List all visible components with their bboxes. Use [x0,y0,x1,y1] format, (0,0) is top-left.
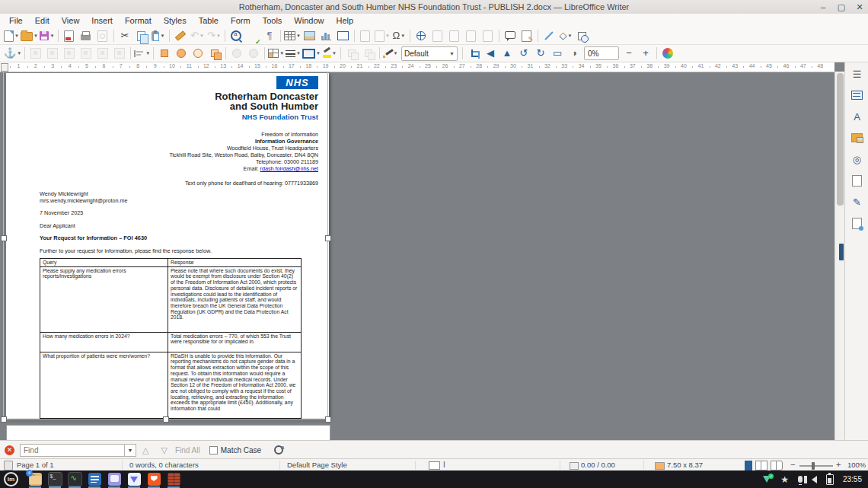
sidebar-navigator-deck[interactable]: ◎ [845,149,868,169]
selection-handle-mid-right[interactable] [325,235,331,241]
taskbar-brave-browser[interactable] [144,470,164,488]
dropdown-arrow-icon[interactable]: ▼ [199,33,204,38]
find-input[interactable] [20,444,124,457]
redo[interactable]: ↷▼ [206,28,222,43]
rotate-right[interactable]: ↻ [532,46,549,61]
dropdown-arrow-icon[interactable]: ▼ [279,51,284,56]
save[interactable]: ▼ [39,28,56,43]
insert-chart[interactable] [318,28,335,43]
dropdown-arrow-icon[interactable]: ▼ [17,51,21,56]
selection-handle-bottom-right[interactable] [325,416,331,423]
match-case-checkbox[interactable] [209,446,218,455]
selection-handle-bottom-left[interactable] [1,416,7,423]
title-bar[interactable]: Rotherham, Doncaster and South Humber NH… [0,0,868,14]
insert-hyperlink[interactable] [413,28,429,43]
sidebar-sidebar-settings[interactable]: ☰ [845,64,868,84]
find-and-replace[interactable] [228,28,244,43]
color-wheel[interactable] [659,46,676,61]
wrap-optimal[interactable] [61,46,78,61]
insert-bookmark[interactable] [463,28,480,43]
insert-comment[interactable] [502,28,519,43]
zoom-in-icon[interactable]: + [836,460,841,469]
dropdown-arrow-icon[interactable]: ▼ [14,33,19,38]
dropdown-arrow-icon[interactable]: ▼ [145,51,150,56]
to-background[interactable] [245,46,262,61]
rotate-left[interactable]: ↺ [515,46,532,61]
copy[interactable] [133,28,150,43]
decrease-transparency[interactable]: − [621,46,637,61]
borders[interactable]: ▼ [267,46,285,61]
dropdown-arrow-icon[interactable]: ▼ [296,33,301,38]
rotate-free[interactable]: ▭ [549,46,566,61]
dropdown-arrow-icon[interactable]: ▼ [34,33,38,38]
menu-form[interactable]: Form [225,14,257,27]
multi-page-view-icon[interactable] [755,461,767,470]
wrap-through[interactable] [111,46,128,61]
transparency-type[interactable]: ◑ [566,46,582,61]
sidebar-hide-grip[interactable] [839,244,844,260]
dropdown-arrow-icon[interactable]: ▼ [296,51,301,56]
chevron-down-icon[interactable]: ▼ [449,51,455,56]
tray-favorites-icon[interactable]: ★ [780,475,789,484]
menu-table[interactable]: Table [193,14,225,27]
undo[interactable]: ↶▼ [189,28,206,43]
insert-text-box[interactable] [335,28,352,43]
tray-microphone-icon[interactable] [798,476,803,483]
increase-transparency[interactable]: + [637,46,654,61]
dropdown-arrow-icon[interactable]: ▼ [49,33,54,38]
transparency-value[interactable]: 0% [584,46,619,60]
page-style-status[interactable]: Default Page Style [287,461,347,469]
mint-menu-button[interactable]: lm [4,472,18,486]
zoom-slider-thumb[interactable] [812,462,815,470]
menu-edit[interactable]: Edit [29,14,56,27]
insert-line[interactable] [541,28,557,43]
minimize-button[interactable]: – [818,2,828,11]
insert-cross-reference[interactable] [480,28,496,43]
word-count-status[interactable]: 0 words, 0 characters [129,461,199,469]
basic-shapes[interactable]: ◇▼ [557,28,574,43]
close-button[interactable]: ✕ [854,2,865,12]
menu-tools[interactable]: Tools [257,14,289,27]
taskbar-clock[interactable]: 23:55 [843,475,862,483]
formatting-marks[interactable]: ¶ [261,28,278,43]
group[interactable] [343,46,360,61]
document-page-2[interactable] [6,425,330,440]
document-canvas[interactable]: NHS Rotherham Doncaster and South Humber… [0,72,834,440]
dropdown-arrow-icon[interactable]: ▼ [316,51,321,56]
wrap-off[interactable] [27,46,44,61]
selection-mode-icon[interactable] [429,461,440,470]
open[interactable]: ▼ [20,28,39,43]
taskbar-notes-app[interactable] [104,470,124,488]
scrollbar-thumb[interactable] [837,73,844,206]
clone-formatting[interactable] [172,28,189,43]
insert-image[interactable] [302,28,318,43]
single-page-view-icon[interactable] [745,461,752,470]
dropdown-arrow-icon[interactable]: ▼ [332,51,337,56]
border-style[interactable]: ▼ [285,46,302,61]
sidebar-page-deck[interactable] [845,171,868,190]
taskbar-files[interactable]: 4 [25,470,45,488]
save-status-icon[interactable] [4,461,13,470]
zoom-level[interactable]: 100% [847,461,866,469]
print[interactable] [78,28,94,43]
dropdown-arrow-icon[interactable]: ▼ [394,51,398,56]
tray-sync-icon[interactable] [762,475,771,484]
border-color[interactable]: ▼ [302,46,321,61]
send-backward[interactable] [190,46,206,61]
selection-handle-bottom-center[interactable] [163,416,169,423]
find-and-replace-icon[interactable] [273,445,284,455]
taskbar-terminal[interactable] [45,470,65,488]
send-to-back[interactable] [206,46,223,61]
spelling[interactable] [244,28,261,43]
taskbar-system-monitor[interactable] [65,470,85,488]
find-all-button[interactable]: Find All [175,446,200,455]
dropdown-arrow-icon[interactable]: ▼ [400,33,405,38]
menu-format[interactable]: Format [119,14,158,27]
dropdown-arrow-icon[interactable]: ▼ [385,33,390,38]
bring-forward[interactable] [173,46,190,61]
highlighting-color[interactable]: ▼ [321,46,338,61]
align-objects[interactable]: ▼ [133,46,151,61]
insert-special-character[interactable]: Ω▼ [391,28,407,43]
tray-volume-icon[interactable] [812,476,817,483]
wrap-page[interactable] [44,46,61,61]
